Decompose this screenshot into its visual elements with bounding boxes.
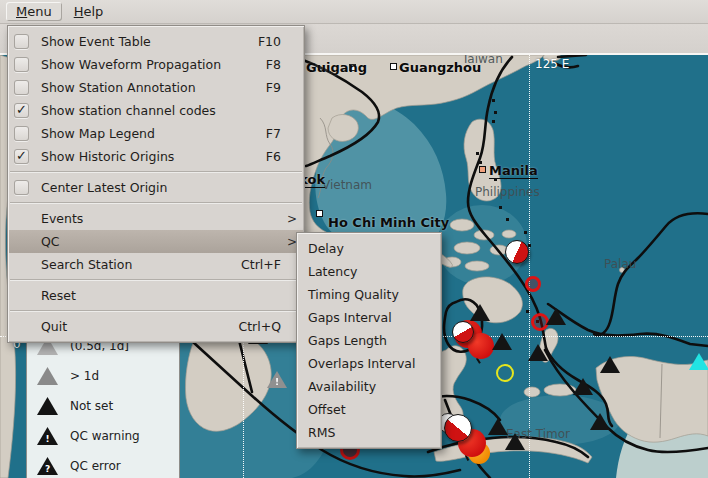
city-marker-guangzhou bbox=[390, 63, 397, 70]
qc-submenu-item-label: Latency bbox=[308, 264, 430, 279]
menu-item-label: QC bbox=[41, 234, 285, 249]
map-legend-panel: (0.5d, 1d]> 1dNot set!QC warning?QC erro… bbox=[26, 326, 180, 478]
city-label-guigang: Guigang bbox=[306, 60, 367, 75]
menu-item-label: Show Map Legend bbox=[41, 126, 266, 141]
station-triangle-icon: ! bbox=[37, 427, 58, 445]
submenu-arrow-icon: > bbox=[285, 212, 297, 226]
qc-submenu-item-label: Delay bbox=[308, 241, 430, 256]
menu-item-label: Show Historic Origins bbox=[41, 149, 266, 164]
menu-item-events[interactable]: Events> bbox=[9, 207, 303, 230]
menu-item-qc[interactable]: QC> bbox=[9, 230, 303, 253]
city-label-guangzhou: Guangzhou bbox=[399, 60, 481, 75]
menu-separator bbox=[10, 310, 302, 312]
checkbox[interactable] bbox=[14, 34, 29, 49]
menu-item-label: Reset bbox=[41, 288, 297, 303]
station-triangle-icon bbox=[37, 397, 58, 415]
qc-submenu-item-timing-quality[interactable]: Timing Quality bbox=[298, 283, 440, 306]
qc-submenu-item-latency[interactable]: Latency bbox=[298, 260, 440, 283]
menu-item-show-event-table[interactable]: Show Event TableF10 bbox=[9, 30, 303, 53]
city-marker-manila bbox=[479, 166, 486, 173]
shortcut-label: F6 bbox=[266, 149, 281, 164]
checkbox[interactable] bbox=[14, 57, 29, 72]
shortcut-label: F7 bbox=[266, 126, 281, 141]
checkbox[interactable] bbox=[14, 80, 29, 95]
islet-dot bbox=[479, 161, 482, 164]
menubar-item-menu[interactable]: Menu bbox=[6, 2, 62, 21]
legend-row: > 1d bbox=[37, 361, 179, 391]
region-label-vietnam: Vietnam bbox=[322, 178, 372, 192]
menu-separator bbox=[10, 279, 302, 281]
islet-dot bbox=[476, 152, 479, 155]
shortcut-label: F10 bbox=[258, 34, 281, 49]
shortcut-label: F8 bbox=[266, 57, 281, 72]
islet-dot bbox=[528, 244, 531, 247]
app-window: MenuHelp bbox=[0, 0, 708, 478]
legend-row: !QC warning bbox=[37, 421, 179, 451]
menu-item-show-historic-origins[interactable]: ✓Show Historic OriginsF6 bbox=[9, 145, 303, 168]
qc-submenu-item-label: RMS bbox=[308, 425, 430, 440]
menu-item-label: Show Event Table bbox=[41, 34, 258, 49]
checkbox[interactable] bbox=[14, 126, 29, 141]
menu-item-label: Show Station Annotation bbox=[41, 80, 266, 95]
menu-item-show-map-legend[interactable]: Show Map LegendF7 bbox=[9, 122, 303, 145]
shortcut-label: F9 bbox=[266, 80, 281, 95]
event-marker-ring-red[interactable] bbox=[531, 313, 549, 331]
legend-row: ?QC error bbox=[37, 451, 179, 478]
islet-dot bbox=[492, 120, 495, 123]
menu-item-center-latest-origin[interactable]: Center Latest Origin bbox=[9, 176, 303, 199]
focal-mechanism-beachball[interactable] bbox=[444, 414, 472, 442]
islet-dot bbox=[494, 111, 497, 114]
city-marker-ho-chi-minh-city bbox=[316, 210, 323, 217]
qc-submenu-item-gaps-interval[interactable]: Gaps Interval bbox=[298, 306, 440, 329]
focal-mechanism-beachball[interactable] bbox=[505, 240, 529, 264]
legend-label: Not set bbox=[70, 399, 113, 413]
shortcut-label: Ctrl+F bbox=[241, 257, 281, 272]
event-marker-ring-yellow[interactable] bbox=[496, 364, 514, 382]
station-triangle-icon: ? bbox=[37, 457, 58, 475]
legend-label: QC error bbox=[70, 459, 121, 473]
qc-submenu-item-rms[interactable]: RMS bbox=[298, 421, 440, 444]
menu-item-reset[interactable]: Reset bbox=[9, 284, 303, 307]
islet-dot bbox=[499, 206, 502, 209]
legend-label: QC warning bbox=[70, 429, 140, 443]
city-label-manila: Manila bbox=[489, 163, 538, 179]
shortcut-label: Ctrl+Q bbox=[238, 319, 281, 334]
islet-dot bbox=[526, 310, 529, 313]
qc-submenu-item-label: Gaps Length bbox=[308, 333, 430, 348]
menu-item-label: Search Station bbox=[41, 257, 241, 272]
qc-submenu-item-offset[interactable]: Offset bbox=[298, 398, 440, 421]
islet-dot bbox=[524, 231, 527, 234]
focal-mechanism-beachball[interactable] bbox=[452, 321, 474, 343]
qc-submenu-item-gaps-length[interactable]: Gaps Length bbox=[298, 329, 440, 352]
qc-submenu-item-label: Timing Quality bbox=[308, 287, 430, 302]
menu-item-show-waveform-propagation[interactable]: Show Waveform PropagationF8 bbox=[9, 53, 303, 76]
menu-separator bbox=[10, 171, 302, 173]
menu-item-label: Events bbox=[41, 211, 285, 226]
qc-submenu-item-label: Availability bbox=[308, 379, 430, 394]
menu-item-show-station-channel-codes[interactable]: ✓Show station channel codes bbox=[9, 99, 303, 122]
menu-item-show-station-annotation[interactable]: Show Station AnnotationF9 bbox=[9, 76, 303, 99]
islet-dot bbox=[492, 99, 495, 102]
checkbox-checked[interactable]: ✓ bbox=[14, 103, 29, 118]
event-marker-ring-red[interactable] bbox=[525, 276, 541, 292]
menubar-item-help[interactable]: Help bbox=[64, 2, 114, 21]
station-triangle-icon bbox=[37, 367, 58, 385]
menu-separator bbox=[10, 202, 302, 204]
qc-submenu-item-delay[interactable]: Delay bbox=[298, 237, 440, 260]
menu-item-quit[interactable]: QuitCtrl+Q bbox=[9, 315, 303, 338]
meridian-125e-line bbox=[529, 55, 530, 478]
qc-submenu-item-overlaps-interval[interactable]: Overlaps Interval bbox=[298, 352, 440, 375]
menubar: MenuHelp bbox=[0, 0, 708, 24]
city-label-ho-chi-minh-city: Ho Chi Minh City bbox=[328, 215, 449, 230]
region-label-palau: Palau bbox=[604, 257, 636, 271]
menu-item-label: Show station channel codes bbox=[41, 103, 297, 118]
menu-item-label: Quit bbox=[41, 319, 238, 334]
qc-submenu-item-availability[interactable]: Availability bbox=[298, 375, 440, 398]
menu-popup: Show Event TableF10Show Waveform Propaga… bbox=[7, 25, 305, 343]
menu-item-search-station[interactable]: Search StationCtrl+F bbox=[9, 253, 303, 276]
checkbox[interactable] bbox=[14, 180, 29, 195]
islet-dot bbox=[506, 218, 509, 221]
legend-label: > 1d bbox=[70, 369, 99, 383]
checkbox-checked[interactable]: ✓ bbox=[14, 149, 29, 164]
region-label-philippines: Philippines bbox=[475, 185, 540, 199]
